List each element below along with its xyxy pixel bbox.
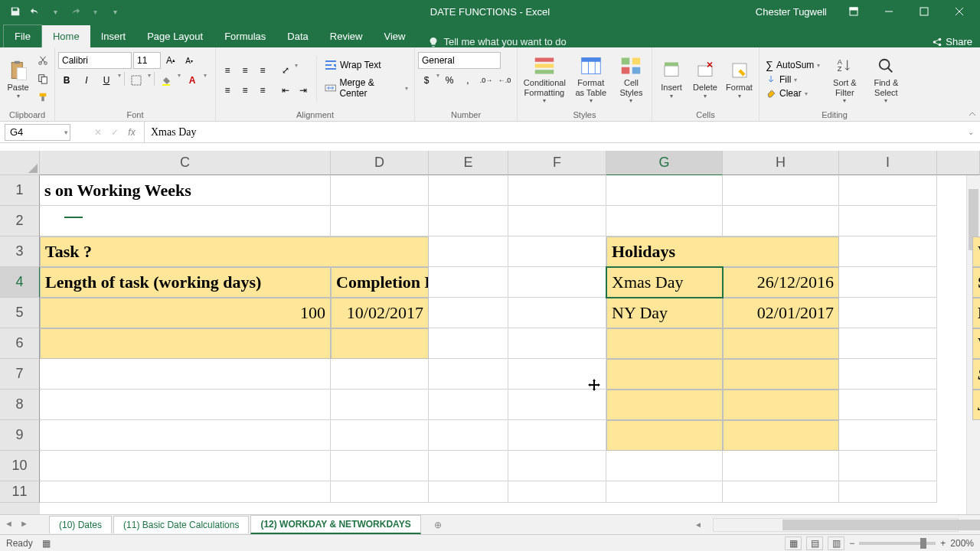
align-center-button[interactable]: ≡ — [237, 82, 253, 99]
column-header-H[interactable]: H — [723, 151, 839, 175]
borders-button[interactable] — [128, 72, 145, 89]
sheet-tab-11[interactable]: (11) Basic Date Calculations — [113, 516, 249, 533]
cell-H5[interactable]: 02/01/2017 — [723, 298, 839, 328]
cell-H6[interactable] — [723, 328, 839, 359]
row-header-9[interactable]: 9 — [0, 420, 40, 451]
find-select-button[interactable]: Find & Select ▾ — [866, 52, 906, 105]
font-color-button[interactable]: A — [184, 72, 201, 89]
accounting-button[interactable]: $ — [418, 72, 435, 89]
zoom-level[interactable]: 200% — [950, 538, 974, 549]
decrease-font-button[interactable]: A▾ — [181, 52, 198, 69]
cell-C6[interactable] — [40, 328, 331, 359]
decrease-indent-button[interactable]: ⇤ — [277, 82, 294, 99]
align-bottom-button[interactable]: ≡ — [254, 62, 271, 79]
column-header-F[interactable]: F — [508, 151, 606, 175]
cell-J4[interactable]: Sta — [972, 267, 980, 298]
cancel-formula-button[interactable]: ✕ — [90, 125, 106, 140]
conditional-formatting-button[interactable]: Conditional Formatting ▾ — [521, 52, 568, 105]
cell-area[interactable]: s on Working WeeksTask ?Length of task (… — [40, 175, 980, 514]
column-header-D[interactable]: D — [331, 151, 429, 175]
delete-cells-button[interactable]: Delete ▾ — [689, 57, 721, 100]
horizontal-scrollbar[interactable] — [713, 518, 959, 532]
align-left-button[interactable]: ≡ — [219, 82, 236, 99]
cell-C1[interactable]: s on Working Weeks — [40, 175, 331, 206]
undo-dropdown[interactable]: ▾ — [46, 2, 64, 21]
zoom-slider[interactable] — [859, 542, 936, 545]
increase-font-button[interactable]: A▴ — [162, 52, 179, 69]
macro-record-icon[interactable]: ▦ — [42, 538, 51, 549]
sheet-nav-prev[interactable]: ◄ — [5, 519, 17, 531]
cell-G6[interactable] — [606, 328, 723, 359]
column-header-E[interactable]: E — [429, 151, 508, 175]
paste-button[interactable]: Paste ▾ — [3, 57, 33, 100]
page-layout-view-button[interactable]: ▤ — [806, 536, 823, 550]
user-name[interactable]: Chester Tugwell — [746, 6, 836, 18]
cell-D6[interactable] — [331, 328, 429, 359]
expand-formula-bar-button[interactable]: ⌄ — [968, 128, 980, 136]
sheet-tab-10[interactable]: (10) Dates — [49, 516, 112, 533]
cut-button[interactable] — [34, 52, 51, 69]
row-header-3[interactable]: 3 — [0, 236, 40, 267]
redo-dropdown[interactable]: ▾ — [86, 2, 104, 21]
increase-indent-button[interactable]: ⇥ — [295, 82, 312, 99]
format-as-table-button[interactable]: Format as Table ▾ — [570, 52, 612, 105]
align-right-button[interactable]: ≡ — [254, 82, 271, 99]
cell-H9[interactable] — [723, 420, 839, 451]
undo-icon[interactable] — [26, 2, 44, 21]
underline-button[interactable]: U — [98, 72, 115, 89]
review-tab[interactable]: Review — [319, 25, 374, 47]
cell-G8[interactable] — [606, 390, 723, 420]
hscroll-left[interactable]: ◄ — [691, 520, 705, 529]
cell-C3[interactable]: Task ? — [40, 236, 429, 267]
number-format-select[interactable] — [418, 52, 501, 69]
merge-center-button[interactable]: Merge & Center ▾ — [322, 76, 411, 100]
font-name-select[interactable] — [58, 52, 132, 69]
cell-G5[interactable]: NY Day — [606, 298, 723, 328]
row-header-1[interactable]: 1 — [0, 175, 40, 206]
page-break-view-button[interactable]: ▥ — [828, 536, 844, 550]
collapse-ribbon-button[interactable] — [968, 110, 977, 119]
share-button[interactable]: Share — [932, 36, 972, 47]
row-header-5[interactable]: 5 — [0, 298, 40, 328]
bold-button[interactable]: B — [58, 72, 75, 89]
row-header-11[interactable]: 11 — [0, 481, 40, 503]
row-header-2[interactable]: 2 — [0, 206, 40, 236]
cell-H7[interactable] — [723, 359, 839, 390]
cell-G4[interactable]: Xmas Day — [606, 267, 723, 298]
maximize-icon[interactable] — [906, 0, 942, 23]
wrap-text-button[interactable]: Wrap Text — [322, 57, 411, 73]
cell-H8[interactable] — [723, 390, 839, 420]
minimize-icon[interactable] — [871, 0, 906, 23]
normal-view-button[interactable]: ▦ — [785, 536, 802, 550]
insert-function-button[interactable]: fx — [124, 125, 139, 140]
column-header-I[interactable]: I — [839, 151, 937, 175]
cell-J6[interactable]: We — [972, 328, 980, 359]
sheet-tab-12[interactable]: (12) WORKDAY & NETWORKDAYS — [250, 515, 420, 534]
autosum-button[interactable]: ∑ AutoSum ▾ — [763, 58, 823, 72]
name-box[interactable]: G4 ▾ — [5, 124, 70, 141]
new-sheet-button[interactable]: ⊕ — [429, 516, 447, 534]
data-tab[interactable]: Data — [276, 25, 318, 47]
cell-C4[interactable]: Length of task (working days) — [40, 267, 331, 298]
orientation-button[interactable]: ⤢ — [277, 62, 294, 79]
zoom-out-button[interactable]: − — [849, 538, 854, 549]
cell-J3[interactable]: Wo — [972, 236, 980, 267]
column-header-C[interactable]: C — [40, 151, 331, 175]
column-header-G[interactable]: G — [606, 151, 723, 175]
cell-J5[interactable]: Enc — [972, 298, 980, 328]
cell-H4[interactable]: 26/12/2016 — [723, 267, 839, 298]
cell-G7[interactable] — [606, 359, 723, 390]
file-tab[interactable]: File — [3, 24, 42, 47]
fill-button[interactable]: Fill ▾ — [763, 73, 823, 86]
format-painter-button[interactable] — [34, 89, 51, 106]
row-header-10[interactable]: 10 — [0, 451, 40, 481]
row-header-7[interactable]: 7 — [0, 359, 40, 390]
zoom-in-button[interactable]: + — [940, 538, 946, 549]
cell-J8[interactable]: Jus — [972, 390, 980, 420]
ribbon-options-icon[interactable] — [836, 0, 871, 23]
formula-input[interactable] — [145, 122, 968, 142]
cell-G3[interactable]: Holidays — [606, 236, 839, 267]
redo-icon[interactable] — [66, 2, 84, 21]
comma-button[interactable]: , — [459, 72, 476, 89]
cell-G9[interactable] — [606, 420, 723, 451]
